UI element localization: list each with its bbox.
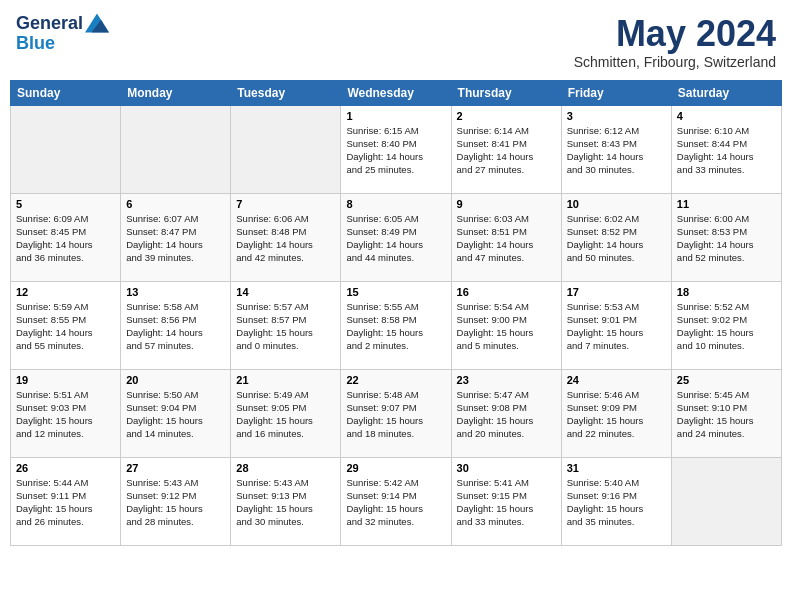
day-number: 4 xyxy=(677,110,776,122)
day-info: Sunrise: 6:00 AMSunset: 8:53 PMDaylight:… xyxy=(677,212,776,265)
day-number: 24 xyxy=(567,374,666,386)
day-number: 23 xyxy=(457,374,556,386)
day-number: 3 xyxy=(567,110,666,122)
day-info: Sunrise: 5:55 AMSunset: 8:58 PMDaylight:… xyxy=(346,300,445,353)
calendar-cell: 21Sunrise: 5:49 AMSunset: 9:05 PMDayligh… xyxy=(231,369,341,457)
day-info: Sunrise: 5:47 AMSunset: 9:08 PMDaylight:… xyxy=(457,388,556,441)
calendar-cell: 31Sunrise: 5:40 AMSunset: 9:16 PMDayligh… xyxy=(561,457,671,545)
calendar-cell xyxy=(11,105,121,193)
day-number: 21 xyxy=(236,374,335,386)
day-info: Sunrise: 6:03 AMSunset: 8:51 PMDaylight:… xyxy=(457,212,556,265)
calendar-cell: 15Sunrise: 5:55 AMSunset: 8:58 PMDayligh… xyxy=(341,281,451,369)
calendar-cell: 12Sunrise: 5:59 AMSunset: 8:55 PMDayligh… xyxy=(11,281,121,369)
day-info: Sunrise: 6:10 AMSunset: 8:44 PMDaylight:… xyxy=(677,124,776,177)
calendar-week-row: 19Sunrise: 5:51 AMSunset: 9:03 PMDayligh… xyxy=(11,369,782,457)
day-number: 26 xyxy=(16,462,115,474)
day-number: 20 xyxy=(126,374,225,386)
calendar-cell: 5Sunrise: 6:09 AMSunset: 8:45 PMDaylight… xyxy=(11,193,121,281)
day-number: 5 xyxy=(16,198,115,210)
calendar-cell: 17Sunrise: 5:53 AMSunset: 9:01 PMDayligh… xyxy=(561,281,671,369)
calendar-subtitle: Schmitten, Fribourg, Switzerland xyxy=(574,54,776,70)
calendar-week-row: 1Sunrise: 6:15 AMSunset: 8:40 PMDaylight… xyxy=(11,105,782,193)
day-info: Sunrise: 5:53 AMSunset: 9:01 PMDaylight:… xyxy=(567,300,666,353)
calendar-cell: 26Sunrise: 5:44 AMSunset: 9:11 PMDayligh… xyxy=(11,457,121,545)
calendar-cell: 16Sunrise: 5:54 AMSunset: 9:00 PMDayligh… xyxy=(451,281,561,369)
calendar-week-row: 5Sunrise: 6:09 AMSunset: 8:45 PMDaylight… xyxy=(11,193,782,281)
day-info: Sunrise: 6:12 AMSunset: 8:43 PMDaylight:… xyxy=(567,124,666,177)
calendar-cell: 24Sunrise: 5:46 AMSunset: 9:09 PMDayligh… xyxy=(561,369,671,457)
logo: General Blue xyxy=(16,14,109,54)
day-number: 2 xyxy=(457,110,556,122)
day-info: Sunrise: 6:02 AMSunset: 8:52 PMDaylight:… xyxy=(567,212,666,265)
page-header: General Blue May 2024 Schmitten, Fribour… xyxy=(10,10,782,74)
day-info: Sunrise: 6:06 AMSunset: 8:48 PMDaylight:… xyxy=(236,212,335,265)
calendar-cell: 10Sunrise: 6:02 AMSunset: 8:52 PMDayligh… xyxy=(561,193,671,281)
calendar-cell: 20Sunrise: 5:50 AMSunset: 9:04 PMDayligh… xyxy=(121,369,231,457)
day-info: Sunrise: 6:07 AMSunset: 8:47 PMDaylight:… xyxy=(126,212,225,265)
day-number: 18 xyxy=(677,286,776,298)
calendar-cell: 19Sunrise: 5:51 AMSunset: 9:03 PMDayligh… xyxy=(11,369,121,457)
calendar-title: May 2024 xyxy=(574,14,776,54)
day-info: Sunrise: 5:49 AMSunset: 9:05 PMDaylight:… xyxy=(236,388,335,441)
calendar-cell: 30Sunrise: 5:41 AMSunset: 9:15 PMDayligh… xyxy=(451,457,561,545)
calendar-cell: 27Sunrise: 5:43 AMSunset: 9:12 PMDayligh… xyxy=(121,457,231,545)
calendar-cell: 14Sunrise: 5:57 AMSunset: 8:57 PMDayligh… xyxy=(231,281,341,369)
calendar-week-row: 12Sunrise: 5:59 AMSunset: 8:55 PMDayligh… xyxy=(11,281,782,369)
day-info: Sunrise: 5:54 AMSunset: 9:00 PMDaylight:… xyxy=(457,300,556,353)
day-number: 22 xyxy=(346,374,445,386)
day-info: Sunrise: 5:52 AMSunset: 9:02 PMDaylight:… xyxy=(677,300,776,353)
calendar-cell: 2Sunrise: 6:14 AMSunset: 8:41 PMDaylight… xyxy=(451,105,561,193)
day-info: Sunrise: 5:59 AMSunset: 8:55 PMDaylight:… xyxy=(16,300,115,353)
day-number: 29 xyxy=(346,462,445,474)
day-info: Sunrise: 5:58 AMSunset: 8:56 PMDaylight:… xyxy=(126,300,225,353)
day-info: Sunrise: 5:44 AMSunset: 9:11 PMDaylight:… xyxy=(16,476,115,529)
day-info: Sunrise: 5:57 AMSunset: 8:57 PMDaylight:… xyxy=(236,300,335,353)
day-number: 31 xyxy=(567,462,666,474)
calendar-cell: 3Sunrise: 6:12 AMSunset: 8:43 PMDaylight… xyxy=(561,105,671,193)
calendar-cell: 23Sunrise: 5:47 AMSunset: 9:08 PMDayligh… xyxy=(451,369,561,457)
day-number: 25 xyxy=(677,374,776,386)
calendar-cell: 6Sunrise: 6:07 AMSunset: 8:47 PMDaylight… xyxy=(121,193,231,281)
day-number: 13 xyxy=(126,286,225,298)
day-info: Sunrise: 5:48 AMSunset: 9:07 PMDaylight:… xyxy=(346,388,445,441)
day-number: 15 xyxy=(346,286,445,298)
weekday-header-friday: Friday xyxy=(561,80,671,105)
calendar-cell xyxy=(671,457,781,545)
day-info: Sunrise: 5:45 AMSunset: 9:10 PMDaylight:… xyxy=(677,388,776,441)
day-number: 14 xyxy=(236,286,335,298)
day-number: 30 xyxy=(457,462,556,474)
calendar-cell xyxy=(121,105,231,193)
calendar-cell: 28Sunrise: 5:43 AMSunset: 9:13 PMDayligh… xyxy=(231,457,341,545)
day-info: Sunrise: 6:05 AMSunset: 8:49 PMDaylight:… xyxy=(346,212,445,265)
day-number: 19 xyxy=(16,374,115,386)
day-number: 8 xyxy=(346,198,445,210)
weekday-header-row: SundayMondayTuesdayWednesdayThursdayFrid… xyxy=(11,80,782,105)
day-info: Sunrise: 5:40 AMSunset: 9:16 PMDaylight:… xyxy=(567,476,666,529)
calendar-cell: 29Sunrise: 5:42 AMSunset: 9:14 PMDayligh… xyxy=(341,457,451,545)
title-block: May 2024 Schmitten, Fribourg, Switzerlan… xyxy=(574,14,776,70)
day-info: Sunrise: 6:09 AMSunset: 8:45 PMDaylight:… xyxy=(16,212,115,265)
calendar-cell: 8Sunrise: 6:05 AMSunset: 8:49 PMDaylight… xyxy=(341,193,451,281)
calendar-table: SundayMondayTuesdayWednesdayThursdayFrid… xyxy=(10,80,782,546)
calendar-cell: 13Sunrise: 5:58 AMSunset: 8:56 PMDayligh… xyxy=(121,281,231,369)
day-number: 12 xyxy=(16,286,115,298)
weekday-header-sunday: Sunday xyxy=(11,80,121,105)
day-info: Sunrise: 5:43 AMSunset: 9:12 PMDaylight:… xyxy=(126,476,225,529)
day-info: Sunrise: 5:43 AMSunset: 9:13 PMDaylight:… xyxy=(236,476,335,529)
day-number: 10 xyxy=(567,198,666,210)
weekday-header-wednesday: Wednesday xyxy=(341,80,451,105)
calendar-week-row: 26Sunrise: 5:44 AMSunset: 9:11 PMDayligh… xyxy=(11,457,782,545)
day-number: 28 xyxy=(236,462,335,474)
day-info: Sunrise: 5:51 AMSunset: 9:03 PMDaylight:… xyxy=(16,388,115,441)
day-number: 17 xyxy=(567,286,666,298)
calendar-cell: 1Sunrise: 6:15 AMSunset: 8:40 PMDaylight… xyxy=(341,105,451,193)
day-info: Sunrise: 5:50 AMSunset: 9:04 PMDaylight:… xyxy=(126,388,225,441)
day-number: 6 xyxy=(126,198,225,210)
weekday-header-saturday: Saturday xyxy=(671,80,781,105)
calendar-cell: 22Sunrise: 5:48 AMSunset: 9:07 PMDayligh… xyxy=(341,369,451,457)
calendar-cell: 9Sunrise: 6:03 AMSunset: 8:51 PMDaylight… xyxy=(451,193,561,281)
weekday-header-thursday: Thursday xyxy=(451,80,561,105)
calendar-cell: 18Sunrise: 5:52 AMSunset: 9:02 PMDayligh… xyxy=(671,281,781,369)
day-number: 16 xyxy=(457,286,556,298)
weekday-header-monday: Monday xyxy=(121,80,231,105)
